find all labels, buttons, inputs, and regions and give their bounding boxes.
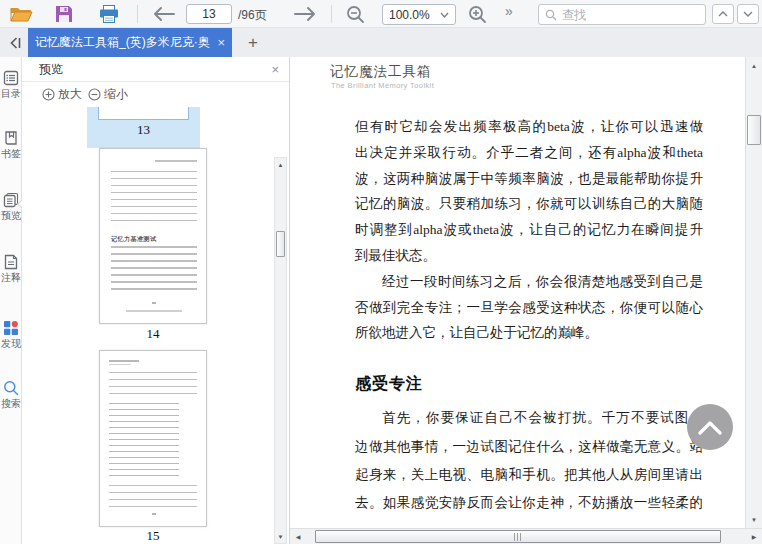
thumb-page-number-mark	[152, 513, 156, 515]
collapse-tabs-button[interactable]	[4, 28, 26, 57]
thumb-header-line	[109, 360, 139, 362]
body-line: 经过一段时间练习之后，你会很清楚地感受到自己是	[355, 269, 703, 295]
thumbnail-page-15[interactable]	[99, 350, 207, 527]
search-icon	[3, 380, 19, 398]
toolbar-separator	[331, 5, 332, 23]
scrollbar-thumb[interactable]	[747, 115, 761, 145]
toolbar: /96页 100.0% »	[0, 0, 762, 28]
chevron-down-icon	[440, 12, 449, 18]
thumb-header-line	[109, 364, 131, 365]
page-number-field	[186, 4, 232, 24]
scroll-up-arrow[interactable]: ▲	[746, 59, 762, 72]
find-next-button[interactable]	[737, 4, 759, 24]
body-line: 起身来，关上电视、电脑和手机。把其他人从房间里请出	[355, 461, 703, 489]
scroll-right-arrow[interactable]: ▶	[746, 529, 762, 544]
sidebar-icon-rail: 目录 书签 预览	[0, 57, 22, 544]
body-line: 波，这两种脑波属于中等频率脑波，也是最能帮助你提升	[355, 166, 703, 192]
thumb-header-line	[155, 160, 197, 162]
content-area: 目录 书签 预览	[0, 57, 762, 544]
save-icon	[55, 5, 73, 23]
folder-open-icon	[10, 4, 33, 23]
zoom-level-value: 100.0%	[389, 8, 434, 22]
sidebar-item-toc[interactable]: 目录	[0, 70, 22, 100]
scroll-down-arrow[interactable]: ▼	[275, 530, 286, 543]
body-line: 出决定并采取行动。介乎二者之间，还有alpha波和theta	[355, 140, 703, 166]
save-button[interactable]	[55, 5, 73, 23]
sidebar-item-annotations[interactable]: 注释	[0, 254, 22, 284]
sidebar-item-label: 目录	[1, 88, 21, 100]
thumb-text-block	[109, 372, 197, 400]
new-tab-button[interactable]: +	[240, 28, 266, 57]
scroll-left-arrow[interactable]: ◀	[290, 529, 306, 544]
scrollbar-grip	[514, 533, 523, 541]
body-line: 否做到完全专注；一旦学会感受这种状态，你便可以随心	[355, 295, 703, 321]
sidebar-item-discover[interactable]: 发现	[0, 320, 22, 350]
scroll-down-arrow[interactable]: ▼	[746, 513, 762, 526]
arrow-right-icon	[293, 6, 317, 22]
thumb-footer-line	[126, 310, 182, 312]
sidebar-item-label: 注释	[1, 272, 21, 284]
zoom-level-dropdown[interactable]: 100.0%	[382, 4, 456, 25]
note-icon	[3, 254, 19, 272]
document-page-title: 记忆魔法工具箱	[330, 63, 432, 81]
scroll-up-arrow[interactable]: ▲	[275, 158, 286, 171]
chevron-up-icon	[697, 419, 723, 435]
arrow-left-icon	[152, 6, 176, 22]
thumbnail-zoom-in-button[interactable]: 放大	[42, 86, 82, 103]
sidebar-item-label: 搜索	[1, 398, 21, 410]
document-tab[interactable]: 记忆魔法工具箱_(英)多米尼克·奥 ×	[28, 28, 232, 57]
next-page-button[interactable]	[293, 6, 317, 22]
sidebar-item-bookmarks[interactable]: 书签	[0, 130, 22, 160]
search-input[interactable]	[562, 8, 699, 22]
document-view[interactable]: 记忆魔法工具箱 The Brilliant Memory Toolkit 但有时…	[290, 57, 762, 544]
thumb-word-list-block	[109, 403, 179, 481]
body-line: 记忆的脑波。只要稍加练习，你就可以训练自己的大脑随	[355, 191, 703, 217]
sidebar-item-preview[interactable]: 预览	[0, 192, 22, 222]
circle-plus-icon	[42, 88, 55, 101]
page-total-label: /96页	[238, 7, 267, 24]
document-horizontal-scrollbar[interactable]: ◀ ▶	[290, 528, 762, 544]
body-line: 但有时它却会发出频率极高的beta波，让你可以迅速做	[355, 114, 703, 140]
search-icon	[545, 9, 557, 21]
open-file-button[interactable]	[10, 4, 33, 23]
magnifier-plus-icon	[468, 5, 487, 24]
zoom-in-button[interactable]	[468, 5, 487, 24]
page-number-input[interactable]	[186, 4, 232, 24]
chevron-down-icon	[743, 11, 753, 17]
body-line: 到最佳状态。	[355, 243, 703, 269]
bookmark-icon	[3, 130, 19, 148]
circle-minus-icon	[88, 88, 101, 101]
tab-close-icon[interactable]: ×	[217, 35, 225, 50]
tab-bar: 记忆魔法工具箱_(英)多米尼克·奥 × +	[0, 28, 762, 57]
chevron-left-bar-icon	[8, 36, 22, 50]
sidebar-item-label: 书签	[1, 148, 21, 160]
preview-panel-header: 预览 ×	[22, 57, 289, 82]
print-button[interactable]	[99, 5, 119, 23]
thumbnail-zoom-in-label: 放大	[58, 86, 82, 103]
scrollbar-thumb[interactable]	[276, 231, 285, 257]
document-vertical-scrollbar[interactable]: ▲ ▼	[745, 57, 762, 528]
section-heading: 感受专注	[355, 374, 703, 395]
thumb-text-block	[111, 246, 197, 295]
thumbnail-scrollbar[interactable]: ▲ ▼	[274, 157, 287, 544]
thumbnail-page-14[interactable]: 记忆力基准测试	[99, 148, 207, 324]
thumbnail-zoom-out-button[interactable]: 缩小	[88, 86, 128, 103]
scrollbar-thumb[interactable]	[315, 530, 721, 543]
zoom-out-button[interactable]	[346, 5, 365, 24]
close-panel-icon[interactable]: ×	[271, 62, 279, 77]
toc-icon	[3, 70, 19, 88]
thumbnail-page-13-label: 13	[87, 122, 200, 138]
thumbnail-page-15-label: 15	[99, 528, 207, 544]
find-previous-button[interactable]	[712, 4, 734, 24]
body-line: 时调整到alpha波或theta波，让自己的记忆力在瞬间提升	[355, 217, 703, 243]
sidebar-item-search[interactable]: 搜索	[0, 380, 22, 410]
thumb-section-heading: 记忆力基准测试	[111, 235, 157, 244]
previous-page-button[interactable]	[152, 6, 176, 22]
more-tools-button[interactable]: »	[505, 3, 513, 19]
toolbar-separator	[137, 5, 138, 23]
document-body-text: 但有时它却会发出频率极高的beta波，让你可以迅速做 出决定并采取行动。介乎二者…	[355, 114, 703, 518]
scroll-to-top-button[interactable]	[687, 404, 733, 450]
search-box	[538, 4, 706, 25]
pdf-reader-window: /96页 100.0% »	[0, 0, 762, 544]
thumbnail-page-13-selected[interactable]: 13	[87, 107, 200, 148]
